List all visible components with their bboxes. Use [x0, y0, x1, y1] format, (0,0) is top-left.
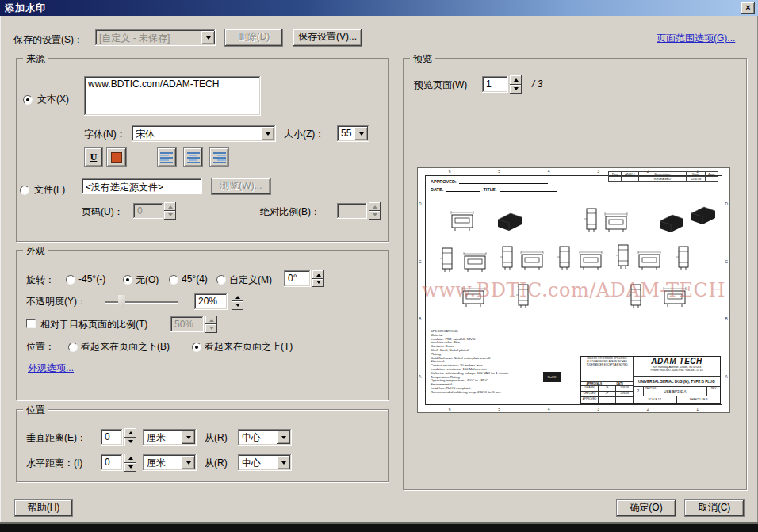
preview-page-label: 预览页面(W) — [414, 78, 467, 92]
rotation-degree-field[interactable]: 0° — [284, 270, 311, 287]
below-page-label: 看起来在页面之下(B) — [81, 340, 170, 354]
revision-table: Rev ANSI # Description Date Appr - RELEA… — [608, 171, 718, 182]
size-combo-arrow-icon[interactable] — [354, 127, 368, 140]
close-icon[interactable]: × — [741, 2, 755, 14]
horizontal-from-arrow-icon[interactable] — [277, 456, 290, 469]
watermark-preview-text: www.BDTIC.com/ADAM-TECH — [418, 279, 729, 301]
preview-page-spinner[interactable] — [510, 75, 522, 94]
vertical-from-label: 从(R) — [205, 431, 228, 445]
absolute-scale-field[interactable] — [337, 203, 367, 219]
align-center-button[interactable] — [183, 147, 203, 167]
align-left-button[interactable] — [157, 147, 177, 167]
approval-row: APPROVED — [581, 397, 633, 403]
opacity-label: 不透明度(Y)： — [26, 295, 86, 308]
absolute-scale-label: 绝对比例(B)： — [260, 205, 320, 219]
saved-settings-combo-arrow-icon[interactable] — [201, 31, 215, 44]
below-page-radio[interactable] — [68, 343, 78, 352]
horizontal-distance-spinner[interactable] — [124, 454, 136, 472]
position-group-title: 位置 — [23, 404, 48, 417]
opacity-slider-thumb[interactable] — [118, 295, 125, 308]
horizontal-distance-field[interactable]: 0 — [101, 454, 123, 471]
color-picker-button[interactable] — [106, 147, 127, 167]
vertical-from-arrow-icon[interactable] — [277, 431, 290, 444]
font-label: 字体(N)： — [84, 128, 126, 141]
text-radio[interactable] — [23, 95, 33, 105]
cancel-button[interactable]: 取消(C) — [684, 499, 745, 517]
approval-row: CHECKEDJF12/6/18 — [581, 392, 633, 397]
rotation-45-radio[interactable] — [169, 275, 178, 285]
opacity-spinner[interactable] — [232, 293, 243, 310]
source-group-title: 来源 — [23, 52, 48, 66]
rotation-45-label: 45°(4) — [182, 274, 208, 285]
help-button[interactable]: 帮助(H) — [14, 499, 73, 517]
position-group: 位置 垂直距离(E)： 0 厘米 从(R) 中心 水平距离：(I) 0 厘米 从… — [16, 409, 389, 482]
font-combo[interactable]: 宋体 — [132, 125, 276, 142]
size-label: 大小(Z)： — [284, 128, 324, 141]
opacity-field[interactable]: 20% — [194, 293, 228, 310]
absolute-scale-spinner[interactable] — [369, 202, 381, 220]
connector-figures — [427, 205, 722, 323]
appearance-options-link[interactable]: 外观选项... — [28, 362, 74, 375]
page-number-spinner[interactable] — [164, 202, 176, 220]
horizontal-from-label: 从(R) — [205, 457, 228, 470]
vertical-distance-spinner[interactable] — [124, 428, 136, 446]
preview-group-title: 预览 — [410, 52, 435, 66]
file-radio[interactable] — [20, 186, 29, 195]
horizontal-distance-label: 水平距离：(I) — [26, 457, 82, 470]
approval-header-block: APPROVED: DATE:TITLE: — [431, 179, 557, 195]
saved-settings-label: 保存的设置(S)： — [13, 33, 83, 47]
scale-sheet-row: SCALE 1:1SHEET 1 OF 3 — [634, 396, 720, 403]
preview-group: 预览 预览页面(W) 1 / 3 654321 654321 DCBA DCBA… — [403, 58, 747, 490]
rotation-none-radio[interactable] — [123, 275, 132, 285]
zone-numbers-bottom: 654321 — [425, 407, 722, 411]
text-radio-label: 文本(X) — [37, 93, 69, 106]
font-combo-arrow-icon[interactable] — [261, 127, 274, 140]
align-center-icon — [184, 148, 202, 166]
title-block: UNLESS OTHERWISE SPECIFIED ALL DIMENSION… — [580, 356, 721, 404]
horizontal-unit-arrow-icon[interactable] — [182, 456, 195, 469]
vertical-distance-label: 垂直距离(E)： — [26, 431, 86, 445]
vertical-distance-field[interactable]: 0 — [101, 429, 123, 446]
file-path-field[interactable]: <没有选定源文件> — [82, 178, 202, 194]
rotation-neg45-radio[interactable] — [66, 275, 75, 285]
align-right-icon — [210, 148, 228, 166]
preview-page-total: / 3 — [532, 78, 542, 90]
relative-scale-checkbox[interactable] — [26, 319, 36, 328]
saved-settings-combo[interactable]: [自定义 - 未保存] — [95, 29, 216, 46]
relative-scale-field[interactable]: 50% — [170, 316, 204, 332]
relative-scale-spinner[interactable] — [205, 316, 217, 333]
underline-button[interactable]: U — [84, 147, 103, 167]
rotation-label: 旋转： — [26, 274, 55, 287]
color-swatch — [111, 152, 122, 163]
rotation-custom-radio[interactable] — [216, 275, 226, 285]
page-number-field[interactable]: 0 — [133, 203, 163, 219]
titlebar: 添加水印 × — [0, 0, 758, 16]
rotation-custom-label: 自定义(M) — [229, 274, 272, 287]
preview-page-field[interactable]: 1 — [482, 76, 508, 93]
rohs-stamp: RoHS — [543, 372, 561, 382]
size-cell: 2 — [634, 387, 644, 396]
specifications-block: SPECIFICATIONS: Material: Insulator: PBT… — [431, 330, 557, 395]
company-phone: Phone: 908-687-5000 Fax: 908-687-5710 — [634, 369, 720, 372]
ok-button[interactable]: 确定(O) — [616, 499, 676, 517]
file-radio-label: 文件(F) — [34, 183, 65, 197]
rotation-degree-spinner[interactable] — [312, 270, 324, 287]
source-group: 来源 文本(X) www.BDTIC.com/ADAM-TECH 字体(N)： … — [16, 58, 389, 242]
vertical-unit-arrow-icon[interactable] — [182, 431, 195, 444]
approval-row: DRAWNJF12/6/18 — [581, 386, 633, 392]
above-page-radio[interactable] — [192, 343, 201, 352]
delete-button[interactable]: 删除(D) — [224, 29, 283, 47]
align-right-button[interactable] — [209, 147, 229, 167]
appearance-group: 外观 旋转： -45°(-) 无(O) 45°(4) 自定义(M) 0° 不透明… — [16, 250, 389, 400]
save-settings-button[interactable]: 保存设置(V)... — [293, 29, 362, 47]
relative-scale-label: 相对于目标页面的比例(T) — [40, 318, 147, 331]
dialog-title: 添加水印 — [0, 2, 46, 15]
opacity-slider-track[interactable] — [105, 301, 178, 303]
rotation-neg45-label: -45°(-) — [78, 274, 105, 285]
drawing-title: UNIVERSAL SERIAL BUS (M), TYPE B PLUG — [634, 377, 720, 387]
above-page-label: 看起来在页面之上(T) — [205, 340, 293, 354]
page-range-options-link[interactable]: 页面范围选项(G)... — [657, 32, 735, 45]
rotation-none-label: 无(O) — [136, 274, 159, 287]
browse-button[interactable]: 浏览(W)... — [211, 178, 271, 195]
watermark-text-input[interactable]: www.BDTIC.com/ADAM-TECH — [84, 76, 261, 116]
